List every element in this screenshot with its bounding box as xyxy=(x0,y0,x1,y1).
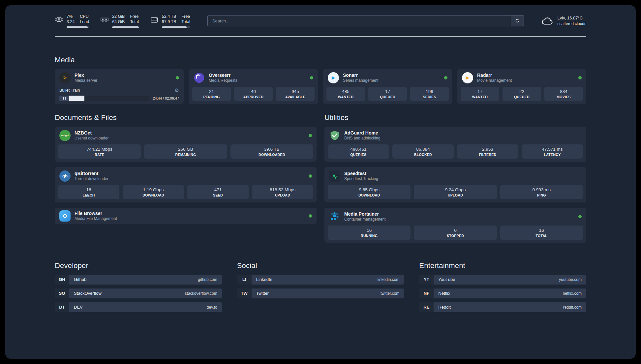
bookmark-abbr: YT xyxy=(419,275,434,285)
stat-remaining: 266 GB REMAINING xyxy=(144,144,227,159)
speedtest-card[interactable]: Speedtest Speedtest Tracking 9.65 Gbps D… xyxy=(324,167,586,202)
radarr-card[interactable]: ▶ Radarr Movie management 17 WANTED xyxy=(457,69,586,104)
stat-movies: 834 MOVIES xyxy=(544,87,583,101)
radarr-icon: ▶ xyxy=(462,72,473,83)
section-documents: Documents & Files nzbget NZBGet Usenet d… xyxy=(55,113,317,243)
stat-upload: 618.52 Mbps UPLOAD xyxy=(252,185,313,199)
nzbget-icon: nzbget xyxy=(59,130,71,141)
dashboard: 7% 3.24 CPU Load xyxy=(5,5,636,359)
search-bar: G xyxy=(207,15,524,26)
app-name: Overseerr xyxy=(209,73,237,78)
section-entertainment: Entertainment YT YouTube youtube.com NF … xyxy=(419,261,586,316)
section-media: Media > Plex Media server Bullet Train xyxy=(55,56,586,104)
bookmark-url: reddit.com xyxy=(563,305,582,310)
playback-time: 24:44 / 02:06:47 xyxy=(153,96,179,100)
adguard-card[interactable]: AdGuard Home DNS and adblocking 498,461 … xyxy=(324,127,586,162)
stat-ping: 0.993 ms PING xyxy=(500,185,583,199)
header-divider xyxy=(55,36,586,37)
bookmark-abbr: SO xyxy=(55,288,69,298)
utilities-heading: Utilities xyxy=(324,113,586,122)
qbittorrent-card[interactable]: qb qBittorrent Torrent downloader 16 LEE… xyxy=(55,167,317,202)
section-developer: Developer GH Github github.com SO StackO… xyxy=(55,261,222,316)
bookmark-linkedin[interactable]: LI LinkedIn linkedin.com xyxy=(237,275,404,285)
overseerr-card[interactable]: Overseerr Media Requests 21 PENDING 40 A… xyxy=(189,69,318,104)
app-subtitle: Container management xyxy=(344,217,385,222)
app-subtitle: Movie management xyxy=(477,78,512,83)
cloud-icon xyxy=(541,16,554,26)
app-name: NZBGet xyxy=(75,130,108,136)
bookmark-abbr: TW xyxy=(237,288,252,298)
search-input[interactable] xyxy=(207,15,511,26)
stat-download: 9.65 Gbps DOWNLOAD xyxy=(328,185,411,199)
stat-latency: 47.571 ms LATENCY xyxy=(522,144,583,159)
disk-label-bottom: Total xyxy=(181,19,190,24)
ram-total: 64 GiB xyxy=(112,19,125,24)
filebrowser-card[interactable]: File Browser Media File Management xyxy=(55,208,317,224)
bookmark-abbr: RE xyxy=(419,302,434,312)
cpu-label-bottom: Load xyxy=(80,19,89,24)
pause-button[interactable] xyxy=(59,96,69,101)
bookmark-stackoverflow[interactable]: SO StackOverflow stackoverflow.com xyxy=(55,288,222,298)
entertainment-heading: Entertainment xyxy=(419,261,586,270)
stat-running: 16 RUNNING xyxy=(328,226,411,240)
sonarr-card[interactable]: ▶ Sonarr Series management 485 WANTED xyxy=(323,69,452,104)
disk-widget: 52.4 TB 97.9 TB Free Total xyxy=(150,14,190,28)
bookmark-abbr: NF xyxy=(419,288,434,298)
cpu-label-top: CPU xyxy=(80,14,89,19)
bookmark-reddit[interactable]: RE Reddit reddit.com xyxy=(419,302,586,312)
documents-heading: Documents & Files xyxy=(55,113,317,122)
bookmark-netflix[interactable]: NF Netflix netflix.com xyxy=(419,288,586,298)
status-dot xyxy=(309,214,312,218)
stat-queries: 498,461 QUERIES xyxy=(328,144,389,159)
status-dot xyxy=(310,76,313,79)
bookmark-twitter[interactable]: TW Twitter twitter.com xyxy=(237,288,404,298)
bookmark-abbr: LI xyxy=(237,275,252,285)
portainer-card[interactable]: Media Portainer Container management 16 … xyxy=(324,208,586,243)
media-heading: Media xyxy=(55,56,586,64)
bookmark-abbr: GH xyxy=(55,275,69,285)
search-engine-button[interactable]: G xyxy=(511,15,524,26)
gear-icon[interactable]: ⚙ xyxy=(175,87,179,93)
qbittorrent-icon: qb xyxy=(59,170,71,182)
bookmark-url: youtube.com xyxy=(559,277,582,282)
stat-queued: 17 QUEUED xyxy=(368,87,407,101)
bookmark-abbr: DT xyxy=(55,302,69,312)
plex-card[interactable]: > Plex Media server Bullet Train ⚙ xyxy=(55,69,184,104)
portainer-icon xyxy=(329,211,340,222)
app-name: File Browser xyxy=(75,211,117,216)
app-subtitle: Series management xyxy=(343,78,378,83)
ram-meter xyxy=(112,26,139,28)
cpu-meter xyxy=(67,26,89,28)
status-dot xyxy=(444,76,447,79)
app-name: AdGuard Home xyxy=(344,130,380,136)
section-utilities: Utilities AdGuard Home DNS and adblockin… xyxy=(324,113,586,243)
status-dot xyxy=(578,76,582,79)
weather-location: Lviv, 16.87°C xyxy=(558,15,586,21)
stat-download: 1.19 Gbps DOWNLOAD xyxy=(123,185,184,199)
plex-icon: > xyxy=(59,72,71,83)
bookmark-url: netflix.com xyxy=(563,291,582,296)
stat-rate: 744.21 Mbps RATE xyxy=(58,144,141,159)
app-name: Media Portainer xyxy=(344,211,385,217)
ram-icon xyxy=(100,15,109,24)
bookmark-url: linkedin.com xyxy=(378,277,400,282)
cpu-percent: 7% xyxy=(67,14,75,19)
bookmark-youtube[interactable]: YT YouTube youtube.com xyxy=(419,275,586,285)
stat-approved: 40 APPROVED xyxy=(234,87,273,101)
app-name: Speedtest xyxy=(344,171,378,176)
bookmark-github[interactable]: GH Github github.com xyxy=(55,275,222,285)
bookmark-name: DEV xyxy=(74,305,83,310)
disk-total: 97.9 TB xyxy=(162,19,176,24)
ram-label-top: Free xyxy=(130,14,138,19)
bookmark-dev[interactable]: DT DEV dev.to xyxy=(55,302,222,312)
playback-progress-bar[interactable] xyxy=(69,96,149,101)
filebrowser-icon xyxy=(59,210,71,222)
adguard-icon xyxy=(329,130,340,141)
bookmark-url: github.com xyxy=(198,277,217,282)
status-dot xyxy=(309,174,312,178)
nzbget-card[interactable]: nzbget NZBGet Usenet downloader 744.21 M… xyxy=(55,127,317,162)
ram-widget: 22 GiB 64 GiB Free Total xyxy=(100,14,139,28)
now-playing-title: Bullet Train xyxy=(59,88,80,93)
ram-free: 22 GiB xyxy=(112,14,125,19)
bookmark-name: Twitter xyxy=(256,291,269,296)
